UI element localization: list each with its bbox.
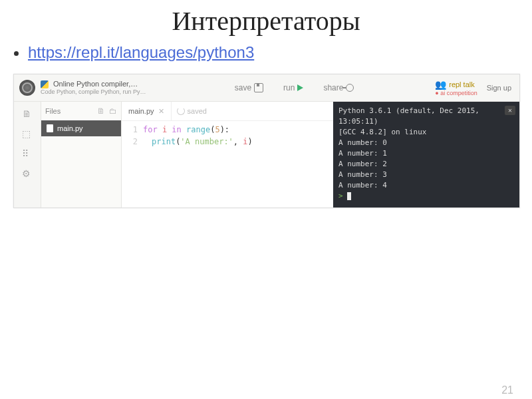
team-icon[interactable]: ⠿ — [22, 148, 33, 159]
competition-label: ● ai competition — [435, 90, 477, 96]
add-file-icon[interactable]: 🗎 — [97, 106, 105, 116]
close-tab-icon[interactable]: ✕ — [158, 107, 164, 116]
play-icon — [297, 84, 303, 91]
files-pane: Files 🗎 🗀 main.py — [41, 102, 122, 207]
code-body: for i in range(5):print('A number:', i) — [143, 124, 253, 207]
saved-icon — [177, 107, 185, 115]
screenshot: Online Python compiler,… Code Python, co… — [13, 74, 520, 208]
repl-link[interactable]: https://repl.it/languages/python3 — [28, 43, 254, 61]
replit-logo-icon — [19, 80, 35, 96]
file-icon[interactable]: 🗎 — [22, 108, 33, 119]
package-icon[interactable]: ⬚ — [22, 128, 33, 139]
page-title-line1: Online Python compiler,… — [53, 80, 138, 88]
signup-button[interactable]: Sign up — [487, 84, 511, 92]
logo-cell — [14, 80, 41, 96]
page-title-block: Online Python compiler,… Code Python, co… — [41, 80, 154, 96]
share-button[interactable]: share — [323, 83, 354, 92]
line-numbers: 1 2 — [122, 124, 143, 207]
save-button[interactable]: save — [235, 83, 263, 92]
file-small-icon — [47, 124, 53, 132]
terminal-prompt-line: > — [338, 191, 514, 201]
people-icon: 👥 — [435, 79, 446, 90]
slide-title: Интерпретаторы — [13, 5, 519, 37]
left-gutter: 🗎 ⬚ ⠿ ⚙ — [14, 102, 41, 207]
file-item-label: main.py — [57, 124, 83, 132]
terminal-close-icon[interactable]: ✕ — [505, 106, 515, 115]
file-item-mainpy[interactable]: main.py — [41, 120, 121, 136]
settings-icon[interactable]: ⚙ — [22, 168, 33, 179]
run-button[interactable]: run — [283, 83, 303, 92]
code-editor[interactable]: 1 2 for i in range(5):print('A number:',… — [122, 121, 333, 207]
cursor-icon — [347, 192, 351, 200]
add-folder-icon[interactable]: 🗀 — [109, 106, 117, 116]
files-header: Files — [45, 107, 61, 115]
share-icon — [346, 84, 354, 92]
terminal-output: A number: 0A number: 1A number: 2A numbe… — [338, 138, 514, 191]
page-number: 21 — [501, 384, 513, 396]
saved-indicator: saved — [172, 107, 207, 115]
terminal-pane[interactable]: ✕ Python 3.6.1 (default, Dec 2015, 13:05… — [333, 102, 519, 207]
terminal-header2: [GCC 4.8.2] on linux — [338, 127, 514, 138]
tab-mainpy[interactable]: main.py ✕ — [122, 102, 172, 120]
bullet-item: https://repl.it/languages/python3 — [28, 43, 519, 62]
page-title-line2: Code Python, compile Python, run Py… — [41, 88, 154, 96]
editor-pane: main.py ✕ saved 1 2 for i in range(5):pr… — [122, 102, 333, 207]
python-icon — [41, 80, 49, 88]
topbar: Online Python compiler,… Code Python, co… — [14, 74, 519, 102]
terminal-header1: Python 3.6.1 (default, Dec 2015, 13:05:1… — [338, 106, 514, 127]
save-icon — [254, 83, 263, 92]
repl-talk-link[interactable]: 👥 repl talk ● ai competition — [435, 79, 477, 96]
